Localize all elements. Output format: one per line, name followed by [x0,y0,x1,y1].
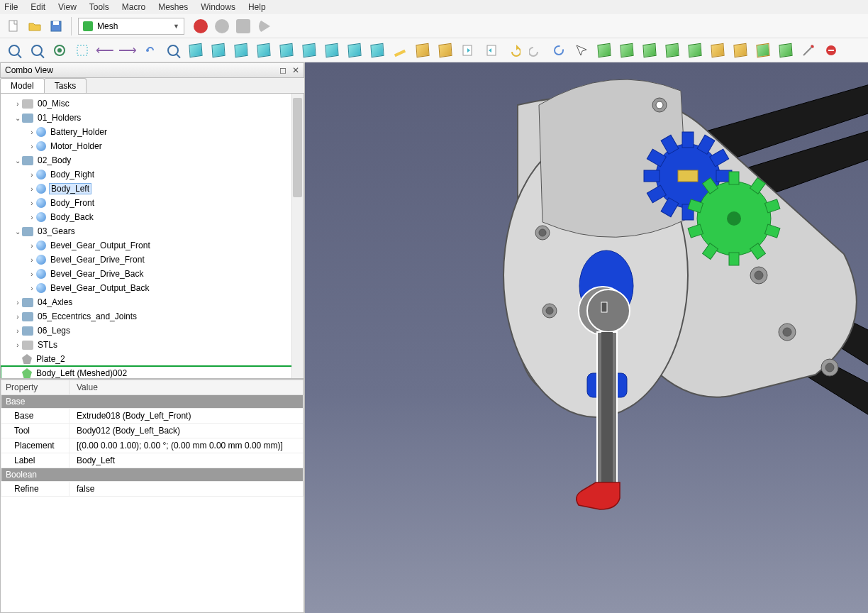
macro-stop-button[interactable] [213,17,231,35]
tree-item-body-back[interactable]: ›Body_Back [1,210,304,224]
caret-icon[interactable]: › [28,256,36,264]
caret-icon[interactable]: ⌄ [13,114,22,122]
macro-record-button[interactable] [191,17,210,35]
nav-left-button[interactable]: ⟵ [95,40,115,60]
part-cube-button[interactable] [413,40,433,60]
rear-view-button[interactable] [277,40,296,60]
tab-tasks[interactable]: Tasks [44,78,87,93]
menu-file[interactable]: File [4,2,18,12]
tree-item-body-left-meshed-002[interactable]: Body_Left (Meshed)002 [1,366,304,379]
measure-button[interactable] [390,40,410,60]
tree-item-body-front[interactable]: ›Body_Front [1,196,304,210]
import-button[interactable] [458,40,478,60]
caret-icon[interactable]: › [28,143,36,150]
tree-scrollbar[interactable] [291,94,304,378]
nav-right-button[interactable]: ⟶ [118,40,138,60]
caret-icon[interactable]: › [28,128,36,136]
tree-item-bevel-gear-output-back[interactable]: ›Bevel_Gear_Output_Back [1,281,304,295]
tree-item-bevel-gear-drive-back[interactable]: ›Bevel_Gear_Drive_Back [1,267,304,281]
mesh-flip-button[interactable] [640,40,660,60]
save-button[interactable] [47,17,65,35]
tree-item-stls[interactable]: ›STLs [1,338,304,352]
caret-icon[interactable]: ⌄ [13,228,22,236]
workbench-selector[interactable]: Mesh ▼ [78,18,184,35]
mesh-eval-button[interactable] [594,40,614,60]
front-view-button[interactable] [208,40,228,60]
macro-run-button[interactable] [255,17,274,35]
draw-style-button[interactable] [50,40,69,60]
undo-button[interactable] [503,40,523,60]
tree-item-battery-holder[interactable]: ›Battery_Holder [1,125,304,139]
primitive-button[interactable] [776,40,796,60]
new-button[interactable] [4,17,23,35]
iso-view-button[interactable] [186,40,206,60]
tree-item-03-gears[interactable]: ⌄03_Gears [1,224,304,238]
caret-icon[interactable]: › [28,199,36,207]
whatsthis-button[interactable] [572,40,591,60]
caret-icon[interactable]: › [13,100,22,108]
menu-help[interactable]: Help [248,2,266,12]
rotate-right-button[interactable] [367,40,387,60]
left-view-button[interactable] [322,40,342,60]
caret-icon[interactable]: › [28,270,36,278]
model-tree[interactable]: ›00_Misc⌄01_Holders›Battery_Holder›Motor… [0,94,304,379]
tree-item-body-right[interactable]: ›Body_Right [1,167,304,182]
tree-item-02-body[interactable]: ⌄02_Body [1,153,304,167]
tree-item-04-axles[interactable]: ›04_Axles [1,295,304,309]
tree-item-05-eccentrics-and-joints[interactable]: ›05_Eccentrics_and_Joints [1,309,304,324]
menu-windows[interactable]: Windows [201,2,235,12]
menu-meshes[interactable]: Meshes [158,2,188,12]
boolean3-button[interactable] [753,40,773,60]
caret-icon[interactable]: › [28,171,36,179]
delete-button[interactable] [821,40,841,60]
tree-item-01-holders[interactable]: ⌄01_Holders [1,111,304,125]
tree-item-body-left[interactable]: ›Body_Left [1,182,304,196]
menu-view[interactable]: View [58,2,77,12]
menu-edit[interactable]: Edit [30,2,45,12]
fit-all-button[interactable] [4,40,24,60]
caret-icon[interactable]: › [13,299,22,306]
panel-float-icon[interactable]: ◻ [279,65,286,75]
tree-item-06-legs[interactable]: ›06_Legs [1,324,304,338]
part-cube2-button[interactable] [435,40,455,60]
tree-item-motor-holder[interactable]: ›Motor_Holder [1,139,304,153]
caret-icon[interactable]: › [28,285,36,292]
export-button[interactable] [481,40,501,60]
caret-icon[interactable]: ⌄ [13,157,22,165]
caret-icon[interactable]: › [28,185,36,193]
cut-button[interactable] [799,40,818,60]
caret-icon[interactable]: › [28,214,36,221]
menu-tools[interactable]: Tools [89,2,109,12]
right-view-button[interactable] [254,40,274,60]
prop-label-value[interactable]: Body_Left [69,453,304,468]
mesh-close-button[interactable] [685,40,705,60]
tree-item-bevel-gear-drive-front[interactable]: ›Bevel_Gear_Drive_Front [1,253,304,267]
caret-icon[interactable]: › [13,327,22,335]
caret-icon[interactable]: › [28,242,36,250]
boolean2-button[interactable] [730,40,750,60]
redo-button[interactable] [526,40,546,60]
tree-item-plate-2[interactable]: Plate_2 [1,352,304,366]
prop-refine-value[interactable]: false [69,482,304,497]
viewport-3d[interactable] [305,62,868,613]
panel-close-icon[interactable]: ✕ [292,65,299,75]
refresh-button[interactable] [549,40,569,60]
menu-macro[interactable]: Macro [122,2,145,12]
top-view-button[interactable] [231,40,251,60]
prop-tool-value[interactable]: Body012 (Body_Left_Back) [69,424,304,438]
link-nav-button[interactable] [140,40,160,60]
boolean1-button[interactable] [708,40,728,60]
prop-base-value[interactable]: Extrude018 (Body_Left_Front) [69,409,304,424]
open-button[interactable] [26,17,44,35]
rotate-left-button[interactable] [345,40,365,60]
caret-icon[interactable]: › [13,341,22,349]
tree-item-00-misc[interactable]: ›00_Misc [1,96,304,111]
caret-icon[interactable]: › [13,313,22,321]
tree-item-bevel-gear-output-front[interactable]: ›Bevel_Gear_Output_Front [1,238,304,253]
bounding-box-button[interactable] [72,40,92,60]
mesh-harmonize-button[interactable] [617,40,637,60]
tab-model[interactable]: Model [0,78,45,93]
macros-button[interactable] [234,17,252,35]
zoom-button[interactable] [163,40,183,60]
mesh-fill-button[interactable] [662,40,682,60]
